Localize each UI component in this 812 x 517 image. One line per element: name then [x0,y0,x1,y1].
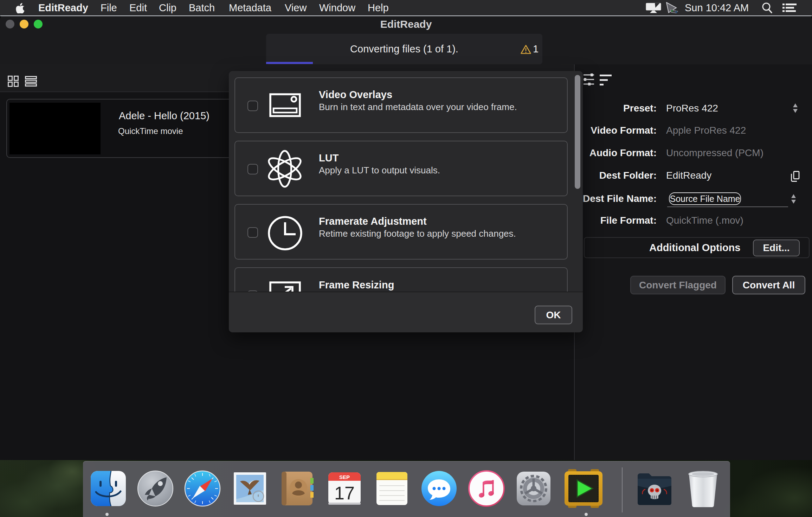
svg-text:17: 17 [334,483,355,503]
svg-text:SEP: SEP [339,474,350,480]
